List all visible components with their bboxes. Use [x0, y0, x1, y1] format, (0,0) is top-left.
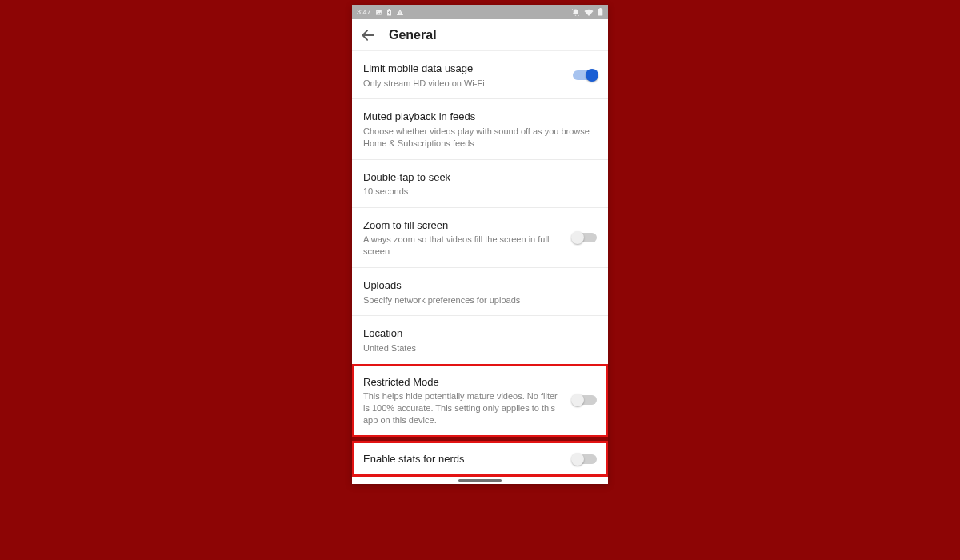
setting-limit-mobile-data[interactable]: Limit mobile data usage Only stream HD v…	[352, 51, 608, 99]
setting-subtitle: This helps hide potentially mature video…	[363, 390, 565, 426]
setting-muted-playback[interactable]: Muted playback in feeds Choose whether v…	[352, 99, 608, 159]
setting-zoom-fill[interactable]: Zoom to fill screen Always zoom so that …	[352, 208, 608, 268]
image-icon	[375, 9, 382, 16]
svg-rect-10	[599, 8, 601, 9]
svg-rect-5	[388, 12, 390, 13]
svg-rect-7	[399, 14, 400, 14]
setting-uploads[interactable]: Uploads Specify network preferences for …	[352, 268, 608, 316]
svg-rect-6	[399, 11, 400, 13]
app-bar: General	[352, 19, 608, 51]
setting-double-tap-seek[interactable]: Double-tap to seek 10 seconds	[352, 160, 608, 208]
setting-title: Limit mobile data usage	[363, 61, 565, 77]
setting-title: Muted playback in feeds	[363, 109, 597, 125]
setting-title: Uploads	[363, 278, 597, 294]
setting-title: Location	[363, 326, 597, 342]
toggle-zoom-fill[interactable]	[573, 233, 597, 242]
toggle-limit-mobile-data[interactable]	[573, 70, 597, 80]
setting-stats-for-nerds[interactable]: Enable stats for nerds	[352, 442, 608, 477]
battery-saver-icon	[386, 9, 392, 16]
status-time: 3:47	[357, 8, 371, 16]
setting-subtitle: 10 seconds	[363, 186, 597, 198]
page-title: General	[389, 28, 437, 42]
svg-point-1	[377, 10, 378, 12]
setting-subtitle: Specify network preferences for uploads	[363, 294, 597, 306]
status-bar: 3:47	[352, 5, 608, 19]
home-indicator	[352, 476, 608, 484]
setting-subtitle: United States	[363, 342, 597, 354]
setting-title: Zoom to fill screen	[363, 218, 565, 234]
svg-rect-3	[388, 9, 390, 10]
setting-subtitle: Always zoom so that videos fill the scre…	[363, 234, 565, 258]
setting-subtitle: Choose whether videos play with sound of…	[363, 126, 597, 150]
dnd-icon	[571, 8, 580, 17]
toggle-stats-for-nerds[interactable]	[573, 454, 597, 464]
warning-icon	[396, 9, 404, 16]
back-button[interactable]	[360, 27, 376, 43]
toggle-restricted-mode[interactable]	[573, 395, 597, 405]
setting-subtitle: Only stream HD video on Wi-Fi	[363, 78, 565, 90]
setting-location[interactable]: Location United States	[352, 316, 608, 364]
setting-title: Double-tap to seek	[363, 170, 597, 186]
setting-title: Enable stats for nerds	[363, 451, 565, 467]
wifi-icon	[584, 9, 594, 16]
setting-title: Restricted Mode	[363, 374, 565, 390]
battery-icon	[598, 8, 603, 16]
setting-restricted-mode[interactable]: Restricted Mode This helps hide potentia…	[352, 365, 608, 437]
svg-rect-9	[598, 9, 603, 15]
settings-list: Limit mobile data usage Only stream HD v…	[352, 51, 608, 476]
phone-frame: 3:47 General	[352, 5, 608, 484]
